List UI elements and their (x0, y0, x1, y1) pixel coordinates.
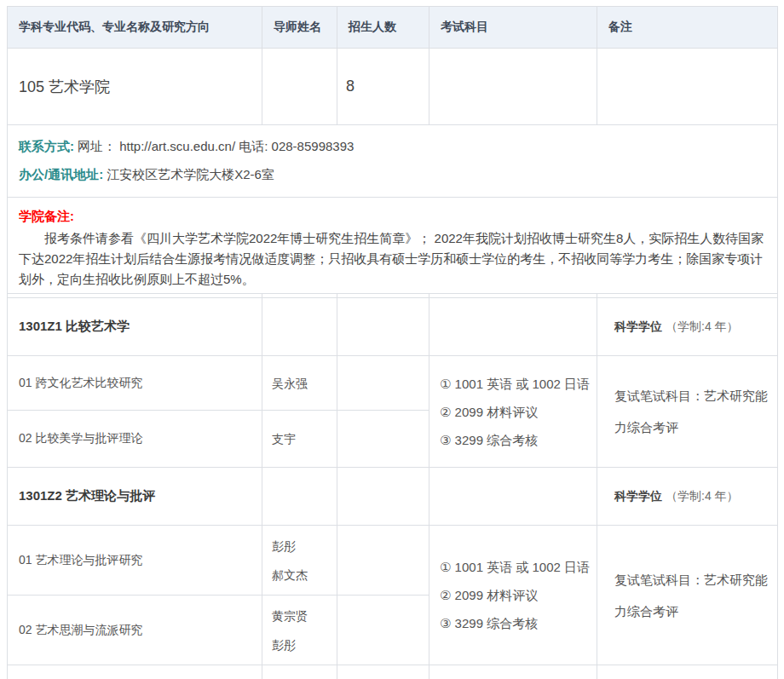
section-row-1301Z2: 1301Z2 艺术理论与批评 科学学位（学制:4 年） (8, 468, 778, 526)
tutor-name: 支宇 (272, 424, 337, 453)
exam-subject-2: ② 2099 材料评议 (440, 581, 597, 609)
review-note-cell: 复试笔试科目：艺术研究能力综合考评 (597, 356, 778, 468)
college-tutor-cell-empty (262, 49, 337, 125)
partial-cell (429, 665, 597, 679)
college-remarks-cell-empty (597, 49, 778, 125)
table-header-row: 学科专业代码、专业名称及研究方向 导师姓名 招生人数 考试科目 备注 (8, 7, 778, 49)
review-note-cell: 复试笔试科目：艺术研究能力综合考评 (597, 526, 778, 665)
degree-duration: （学制:4 年） (666, 489, 739, 503)
college-enrollment: 8 (337, 49, 429, 125)
tutor-name: 郝文杰 (272, 561, 337, 590)
enroll-cell-empty (337, 356, 429, 411)
research-direction: 01 跨文化艺术比较研究 (8, 356, 262, 411)
enroll-cell-empty (337, 526, 429, 596)
tutor-name: 吴永强 (272, 369, 337, 398)
college-row: 105 艺术学院 8 (8, 49, 778, 125)
exam-subjects-cell: ① 1001 英语 或 1002 日语 ② 2099 材料评议 ③ 3299 综… (429, 356, 597, 468)
section-title: 1301Z2 艺术理论与批评 (8, 468, 262, 526)
section-exam-cell-empty (429, 468, 597, 526)
college-note-text: 报考条件请参看《四川大学艺术学院2022年博士研究生招生简章》； 2022年我院… (19, 228, 766, 290)
contact-line-website: 联系方式:网址： http://art.scu.edu.cn/ 电话: 028-… (19, 137, 766, 155)
contact-line-address: 办公/通讯地址:江安校区艺术学院大楼X2-6室 (19, 165, 766, 183)
admissions-table: 学科专业代码、专业名称及研究方向 导师姓名 招生人数 考试科目 备注 105 艺… (7, 6, 778, 679)
tutor-name: 彭彤 (272, 630, 337, 659)
header-tutor-name: 导师姓名 (262, 7, 337, 49)
section-row-1301Z1: 1301Z1 比较艺术学 科学学位（学制:4 年） (8, 298, 778, 356)
tutor-cell: 支宇 (262, 411, 337, 468)
tutor-cell: 黄宗贤 彭彤 (262, 596, 337, 665)
partial-bottom-row (8, 665, 778, 679)
research-direction: 02 艺术思潮与流派研究 (8, 596, 262, 665)
partial-cell (597, 665, 778, 679)
exam-subject-1: ① 1001 英语 或 1002 日语 (440, 370, 597, 398)
contact-label: 联系方式: (19, 139, 74, 153)
college-title: 105 艺术学院 (8, 49, 262, 125)
contact-cell: 联系方式:网址： http://art.scu.edu.cn/ 电话: 028-… (8, 125, 778, 198)
header-remarks: 备注 (597, 7, 778, 49)
section-tutor-cell-empty (262, 468, 337, 526)
college-note-cell: 学院备注: 报考条件请参看《四川大学艺术学院2022年博士研究生招生简章》； 2… (8, 198, 778, 294)
address-label: 办公/通讯地址: (19, 167, 103, 181)
tutor-cell: 彭彤 郝文杰 (262, 526, 337, 596)
partial-cell (8, 665, 262, 679)
degree-duration: （学制:4 年） (666, 319, 739, 333)
research-direction: 02 比较美学与批评理论 (8, 411, 262, 468)
section-tutor-cell-empty (262, 298, 337, 356)
exam-subject-2: ② 2099 材料评议 (440, 398, 597, 426)
header-exam-subjects: 考试科目 (429, 7, 597, 49)
tutor-name: 黄宗贤 (272, 601, 337, 630)
enroll-cell-empty (337, 411, 429, 468)
header-major-code: 学科专业代码、专业名称及研究方向 (8, 7, 262, 49)
header-enrollment: 招生人数 (337, 7, 429, 49)
exam-subject-3: ③ 3299 综合考核 (440, 609, 597, 637)
tutor-name: 彭彤 (272, 532, 337, 561)
college-exam-cell-empty (429, 49, 597, 125)
degree-type: 科学学位 (614, 489, 662, 503)
address-value: 江安校区艺术学院大楼X2-6室 (107, 167, 274, 181)
section-degree-cell: 科学学位（学制:4 年） (597, 298, 778, 356)
contact-row: 联系方式:网址： http://art.scu.edu.cn/ 电话: 028-… (8, 125, 778, 198)
section-title: 1301Z1 比较艺术学 (8, 298, 262, 356)
college-note-label: 学院备注: (19, 208, 766, 225)
exam-subject-1: ① 1001 英语 或 1002 日语 (440, 553, 597, 581)
degree-type: 科学学位 (614, 319, 662, 333)
partial-cell (262, 665, 337, 679)
exam-subject-3: ③ 3299 综合考核 (440, 426, 597, 454)
section-exam-cell-empty (429, 298, 597, 356)
table-row: 01 艺术理论与批评研究 彭彤 郝文杰 ① 1001 英语 或 1002 日语 … (8, 526, 778, 596)
college-note-row: 学院备注: 报考条件请参看《四川大学艺术学院2022年博士研究生招生简章》； 2… (8, 198, 778, 294)
exam-subjects-cell: ① 1001 英语 或 1002 日语 ② 2099 材料评议 ③ 3299 综… (429, 526, 597, 665)
contact-value: 网址： http://art.scu.edu.cn/ 电话: 028-85998… (78, 139, 354, 153)
enroll-cell-empty (337, 596, 429, 665)
tutor-cell: 吴永强 (262, 356, 337, 411)
section-enroll-cell-empty (337, 298, 429, 356)
section-enroll-cell-empty (337, 468, 429, 526)
section-degree-cell: 科学学位（学制:4 年） (597, 468, 778, 526)
research-direction: 01 艺术理论与批评研究 (8, 526, 262, 596)
table-row: 01 跨文化艺术比较研究 吴永强 ① 1001 英语 或 1002 日语 ② 2… (8, 356, 778, 411)
partial-cell (337, 665, 429, 679)
